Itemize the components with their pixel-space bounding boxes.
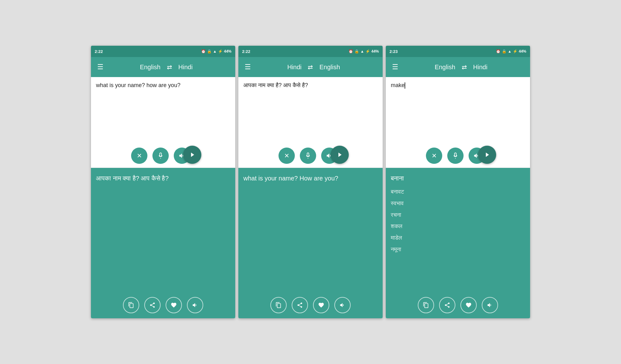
target-lang-2[interactable]: English (319, 64, 340, 71)
clear-button-1[interactable]: ✕ (131, 148, 147, 164)
lang-selector-1: English ⇄ Hindi (104, 63, 229, 71)
status-bar-2: 2:22 ⏰ 🔒 ▲ ⚡ 44% (238, 46, 383, 57)
swap-icon-1[interactable]: ⇄ (167, 63, 172, 71)
copy-button-1[interactable] (123, 297, 139, 313)
send-button-3[interactable] (478, 146, 496, 164)
alt-text-4: शकल (391, 222, 525, 231)
swap-icon-2[interactable]: ⇄ (308, 63, 313, 71)
toolbar-3: ☰ English ⇄ Hindi (386, 57, 530, 77)
output-action-buttons-3 (418, 297, 498, 313)
alarm-icon: ⏰ (201, 49, 206, 54)
alarm-icon-2: ⏰ (348, 49, 353, 54)
input-area-3: make ✕ (386, 77, 530, 168)
wifi-icon-2: ⚡ (365, 49, 370, 54)
signal-icon: ▲ (213, 49, 217, 54)
status-bar-3: 2:23 ⏰ 🔒 ▲ ⚡ 44% (386, 46, 530, 57)
source-lang-1[interactable]: English (140, 64, 161, 71)
alt-text-1: बनावट (391, 187, 525, 196)
menu-icon-2[interactable]: ☰ (245, 63, 251, 71)
favorite-button-2[interactable] (313, 297, 329, 313)
alt-text-5: माडेल (391, 233, 525, 242)
wifi-icon-3: ⚡ (513, 49, 518, 54)
input-area-1: what is your name? how are you? ✕ (91, 77, 235, 168)
lock-icon-2: 🔒 (354, 49, 359, 54)
output-action-buttons-1 (123, 297, 203, 313)
favorite-button-1[interactable] (166, 297, 182, 313)
input-action-buttons-3: ✕ (426, 148, 490, 164)
status-time-1: 2:22 (95, 49, 103, 54)
swap-icon-3[interactable]: ⇄ (462, 63, 467, 71)
status-time-2: 2:22 (242, 49, 250, 54)
status-time-3: 2:23 (390, 49, 398, 54)
output-text-2: what is your name? How are you? (243, 174, 378, 183)
output-area-1: आपका नाम क्या है? आप कैसे है? (91, 168, 235, 318)
phone-screen-3: 2:23 ⏰ 🔒 ▲ ⚡ 44% ☰ English ⇄ Hindi make … (386, 46, 530, 318)
status-bar-1: 2:22 ⏰ 🔒 ▲ ⚡ 44% (91, 46, 235, 57)
alt-text-2: स्वभाव (391, 199, 525, 208)
output-alt-texts-3: बनावट स्वभाव रचना शकल माडेल नमूना (391, 187, 525, 254)
source-lang-3[interactable]: English (435, 64, 455, 71)
battery-label-3: 44% (519, 49, 526, 54)
input-action-buttons-2: ✕ (279, 148, 342, 164)
clear-button-3[interactable]: ✕ (426, 148, 442, 164)
output-main-text-3: बनाना (391, 174, 525, 183)
time-label-2: 2:22 (242, 49, 250, 54)
copy-button-3[interactable] (418, 297, 434, 313)
signal-icon-3: ▲ (508, 49, 512, 54)
sound-button-2[interactable] (334, 297, 351, 313)
battery-label-1: 44% (224, 49, 231, 54)
mic-button-1[interactable] (152, 148, 169, 164)
lock-icon: 🔒 (207, 49, 212, 54)
output-area-3: बनाना बनावट स्वभाव रचना शकल माडेल नमूना (386, 168, 530, 318)
text-cursor-3 (405, 82, 405, 89)
wifi-icon: ⚡ (218, 49, 223, 54)
source-lang-2[interactable]: Hindi (287, 64, 302, 71)
alt-text-3: रचना (391, 211, 525, 220)
status-icons-1: ⏰ 🔒 ▲ ⚡ 44% (201, 49, 231, 54)
clear-button-2[interactable]: ✕ (279, 148, 295, 164)
signal-icon-2: ▲ (360, 49, 364, 54)
favorite-button-3[interactable] (460, 297, 477, 313)
lang-selector-3: English ⇄ Hindi (398, 63, 524, 71)
output-action-buttons-2 (270, 297, 351, 313)
copy-button-2[interactable] (270, 297, 287, 313)
menu-icon-1[interactable]: ☰ (97, 63, 104, 71)
toolbar-1: ☰ English ⇄ Hindi (91, 57, 235, 77)
time-label-3: 2:23 (390, 49, 398, 54)
battery-label-2: 44% (371, 49, 379, 54)
sound-button-3[interactable] (482, 297, 498, 313)
share-button-3[interactable] (439, 297, 455, 313)
lang-selector-2: Hindi ⇄ English (251, 63, 376, 71)
alt-text-6: नमूना (391, 245, 525, 254)
target-lang-1[interactable]: Hindi (178, 64, 193, 71)
app-container: 2:22 ⏰ 🔒 ▲ ⚡ 44% ☰ English ⇄ Hindi what … (88, 43, 533, 321)
alarm-icon-3: ⏰ (496, 49, 501, 54)
send-button-2[interactable] (331, 146, 349, 164)
mic-button-3[interactable] (447, 148, 464, 164)
sound-button-1[interactable] (187, 297, 203, 313)
mic-button-2[interactable] (300, 148, 316, 164)
target-lang-3[interactable]: Hindi (473, 64, 488, 71)
output-area-2: what is your name? How are you? (238, 168, 383, 318)
time-label-1: 2:22 (95, 49, 103, 54)
share-button-2[interactable] (292, 297, 308, 313)
menu-icon-3[interactable]: ☰ (392, 63, 398, 71)
status-icons-2: ⏰ 🔒 ▲ ⚡ 44% (348, 49, 379, 54)
input-area-2: आपका नाम क्या है? आप कैसे है? ✕ (238, 77, 383, 168)
input-action-buttons-1: ✕ (131, 148, 195, 164)
share-button-1[interactable] (144, 297, 161, 313)
phone-screen-1: 2:22 ⏰ 🔒 ▲ ⚡ 44% ☰ English ⇄ Hindi what … (91, 46, 235, 318)
lock-icon-3: 🔒 (502, 49, 507, 54)
phone-screen-2: 2:22 ⏰ 🔒 ▲ ⚡ 44% ☰ Hindi ⇄ English आपका … (238, 46, 383, 318)
status-icons-3: ⏰ 🔒 ▲ ⚡ 44% (496, 49, 526, 54)
send-button-1[interactable] (183, 146, 201, 164)
output-text-1: आपका नाम क्या है? आप कैसे है? (96, 174, 230, 183)
toolbar-2: ☰ Hindi ⇄ English (238, 57, 383, 77)
